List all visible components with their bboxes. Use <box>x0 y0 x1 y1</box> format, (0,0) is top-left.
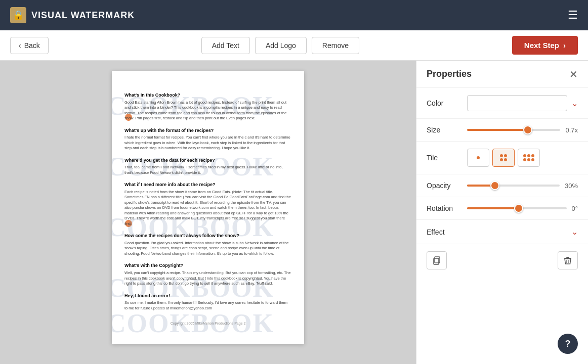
section-body-6: Well, you can't copyright a recipe. That… <box>124 270 291 287</box>
logo: 🔒 VISUAL WATERMARK <box>10 7 135 23</box>
next-step-button[interactable]: Next Step › <box>512 36 578 55</box>
tile-label: Tile <box>427 154 462 162</box>
section-body-4: Each recipe is noted from the show it ca… <box>124 190 291 227</box>
document-content: What's in this Cookbook? Good Eats starr… <box>124 92 291 326</box>
section-heading-6: What's with the Copyright? <box>124 262 291 269</box>
rotation-slider-fill <box>467 207 519 209</box>
section-heading-2: What's up with the format of the recipes… <box>124 127 291 134</box>
tile-dot-3 <box>500 158 503 161</box>
rotation-slider-track <box>467 207 567 209</box>
tile-dot-1 <box>500 154 503 157</box>
tile-dot-g4 <box>523 158 526 161</box>
tile-option-2x2[interactable] <box>492 149 515 167</box>
tile-dot-4 <box>504 158 507 161</box>
app-header: 🔒 VISUAL WATERMARK ☰ <box>0 0 588 30</box>
section-heading-7: Hey, I found an error! <box>124 293 291 299</box>
svg-rect-3 <box>566 257 569 258</box>
tile-dot-g5 <box>527 158 530 161</box>
close-panel-button[interactable]: ✕ <box>569 69 578 79</box>
tile-2x2-grid <box>500 154 507 161</box>
opacity-slider-track <box>467 185 560 187</box>
section-body-1: Good Eats starring Alton Brown has a lot… <box>124 100 291 121</box>
size-section: Size 0.7x <box>416 119 588 142</box>
properties-panel: Properties ✕ Color ⌄ Size 0.7x Tile <box>416 61 588 364</box>
tile-dot-g1 <box>523 154 526 157</box>
section-heading-5: How come the recipes don't always follow… <box>124 233 291 239</box>
opacity-slider[interactable] <box>467 185 560 187</box>
panel-title: Properties <box>427 69 472 79</box>
tile-single-dot <box>477 156 480 159</box>
color-input-box[interactable] <box>467 95 567 111</box>
section-body-3: That, too, came from Food Network. I som… <box>124 165 291 175</box>
tile-dot-g3 <box>531 154 534 157</box>
size-slider[interactable] <box>467 129 560 131</box>
add-text-button[interactable]: Add Text <box>201 37 250 54</box>
hamburger-menu-icon[interactable]: ☰ <box>568 9 578 22</box>
logo-icon: 🔒 <box>10 7 26 23</box>
tile-3x3-grid <box>523 154 534 161</box>
next-step-arrow-icon: › <box>563 41 566 50</box>
section-heading-1: What's in this Cookbook? <box>124 92 291 99</box>
opacity-value: 30% <box>565 182 578 190</box>
panel-actions <box>416 244 588 277</box>
tile-dot-2 <box>504 154 507 157</box>
rotation-value: 0° <box>572 205 578 212</box>
back-label: Back <box>24 41 40 50</box>
tile-option-3x3[interactable] <box>518 149 540 167</box>
back-arrow-icon: ‹ <box>19 41 21 50</box>
tile-dot-g6 <box>531 158 534 161</box>
rotation-label: Rotation <box>427 204 462 212</box>
tile-option-single[interactable] <box>467 149 489 167</box>
size-slider-track <box>467 129 560 131</box>
rotation-section: Rotation 0° <box>416 197 588 220</box>
size-label: Size <box>427 126 462 134</box>
panel-header: Properties ✕ <box>416 61 588 88</box>
duplicate-button[interactable] <box>427 251 447 269</box>
document-footer: Copyright 2005 MikeMenon Productions Pag… <box>124 321 291 326</box>
effect-dropdown-arrow-icon[interactable]: ⌄ <box>571 227 578 237</box>
delete-button[interactable] <box>558 251 578 269</box>
rotation-slider[interactable] <box>467 207 567 209</box>
size-value: 0.7x <box>565 126 578 134</box>
back-button[interactable]: ‹ Back <box>10 37 49 54</box>
add-logo-button[interactable]: Add Logo <box>255 37 307 54</box>
section-heading-4: What if I need more info about the recip… <box>124 181 291 188</box>
color-picker-row: ⌄ <box>467 95 578 111</box>
color-section: Color ⌄ <box>416 88 588 119</box>
delete-icon <box>563 256 572 265</box>
effect-label: Effect <box>427 228 462 236</box>
tile-dot-g2 <box>527 154 530 157</box>
help-button[interactable]: ? <box>558 334 578 354</box>
tile-section: Tile <box>416 142 588 174</box>
color-label: Color <box>427 99 462 107</box>
remove-button[interactable]: Remove <box>312 37 359 54</box>
opacity-section: Opacity 30% <box>416 174 588 197</box>
size-slider-thumb[interactable] <box>523 125 532 134</box>
effect-section: Effect ⌄ <box>416 220 588 244</box>
size-slider-fill <box>467 129 528 131</box>
logo-text: VISUAL WATERMARK <box>31 10 135 21</box>
duplicate-icon <box>432 256 441 265</box>
main-area: COOKBOOK COOKBOOK COOKBOOK COOKBOOK COOK… <box>0 61 588 364</box>
color-dropdown-arrow-icon[interactable]: ⌄ <box>571 99 578 108</box>
document-page: COOKBOOK COOKBOOK COOKBOOK COOKBOOK COOK… <box>112 71 304 344</box>
opacity-slider-thumb[interactable] <box>490 181 499 190</box>
next-step-label: Next Step <box>524 41 559 50</box>
section-body-7: So sue me. I make them. I'm only human!!… <box>124 300 291 311</box>
section-body-2: I hate the normal format for recipes. Yo… <box>124 135 291 151</box>
document-area: COOKBOOK COOKBOOK COOKBOOK COOKBOOK COOK… <box>0 61 416 364</box>
section-heading-3: Where'd you get the data for each recipe… <box>124 157 291 164</box>
toolbar: ‹ Back Add Text Add Logo Remove Next Ste… <box>0 30 588 61</box>
tile-options <box>467 149 578 167</box>
rotation-slider-thumb[interactable] <box>514 204 523 213</box>
section-body-5: Good question. I'm glad you asked. Infor… <box>124 241 291 257</box>
opacity-label: Opacity <box>427 181 462 190</box>
